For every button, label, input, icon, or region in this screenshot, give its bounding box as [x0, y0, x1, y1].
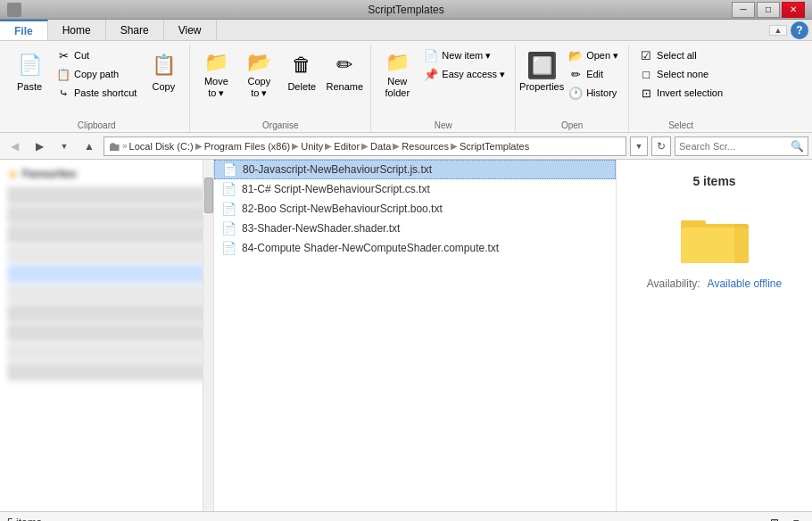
sidebar-scrollbar[interactable]: [203, 160, 213, 511]
select-buttons: ☑ Select all □ Select none ⊡ Invert sele…: [634, 46, 727, 127]
tab-share[interactable]: Share: [106, 20, 164, 40]
file-item-4[interactable]: 📄 84-Compute Shader-NewComputeShader.com…: [214, 238, 616, 258]
ribbon-group-new: 📁 Newfolder 📄 New item ▾ 📌 Easy access ▾…: [371, 45, 516, 132]
sidebar-item-6[interactable]: [7, 304, 206, 322]
refresh-button[interactable]: ↻: [651, 136, 671, 156]
breadcrumb-scripttemplates[interactable]: ScriptTemplates: [460, 141, 529, 152]
new-item-icon: 📄: [424, 48, 438, 62]
edit-icon: ✏: [568, 67, 583, 81]
open-small-buttons: 📂 Open ▾ ✏ Edit 🕐 History: [564, 46, 623, 114]
cut-icon: ✂: [56, 48, 70, 62]
paste-button[interactable]: 📄 Paste: [9, 46, 50, 103]
breadcrumb-programfiles[interactable]: Program Files (x86): [204, 141, 291, 152]
close-button[interactable]: ✕: [782, 2, 805, 18]
rename-button[interactable]: ✏ Rename: [324, 46, 365, 103]
delete-icon: 🗑: [287, 51, 316, 79]
breadcrumb-sep-1: ▶: [195, 141, 203, 151]
file-item-0[interactable]: 📄 80-Javascript-NewBehaviourScript.js.tx…: [214, 160, 616, 179]
edit-button[interactable]: ✏ Edit: [564, 65, 623, 83]
select-label: Select: [629, 120, 733, 130]
sidebar-item-8[interactable]: [7, 343, 206, 361]
move-to-icon: 📁: [202, 51, 230, 74]
properties-icon: 🔲: [527, 51, 556, 79]
breadcrumb-sep-0: »: [122, 141, 128, 151]
forward-button[interactable]: ▶: [29, 136, 50, 156]
favourites-header[interactable]: ★ Favourites: [0, 163, 213, 185]
tab-file[interactable]: File: [0, 20, 48, 40]
breadcrumb-sep-4: ▶: [361, 141, 369, 151]
file-icon-1: 📄: [221, 182, 236, 196]
details-view-button[interactable]: ⊞: [766, 515, 783, 522]
file-item-3[interactable]: 📄 83-Shader-NewShader.shader.txt: [214, 219, 616, 238]
new-folder-button[interactable]: 📁 Newfolder: [377, 46, 418, 103]
svg-rect-3: [734, 224, 749, 263]
paste-icon: 📄: [15, 51, 44, 79]
ribbon-group-clipboard: 📄 Paste ✂ Cut 📋 Copy path ⤷ Paste shortc…: [4, 45, 190, 132]
select-all-icon: ☑: [639, 48, 653, 62]
file-list: 📄 80-Javascript-NewBehaviourScript.js.tx…: [214, 160, 616, 511]
sidebar-item-9[interactable]: [7, 363, 206, 381]
paste-shortcut-button[interactable]: ⤷ Paste shortcut: [52, 84, 141, 102]
copy-path-button[interactable]: 📋 Copy path: [52, 65, 141, 83]
minimize-button[interactable]: ─: [732, 2, 755, 18]
list-view-button[interactable]: ≡: [787, 515, 805, 522]
new-item-button[interactable]: 📄 New item ▾: [419, 46, 510, 64]
select-all-button[interactable]: ☑ Select all: [634, 46, 727, 64]
tab-view[interactable]: View: [164, 20, 217, 40]
breadcrumb-resources[interactable]: Resources: [402, 141, 449, 152]
file-name-4: 84-Compute Shader-NewComputeShader.compu…: [242, 242, 499, 254]
tab-home[interactable]: Home: [48, 20, 106, 40]
sidebar-item-7[interactable]: [7, 324, 206, 342]
ribbon-group-select: ☑ Select all □ Select none ⊡ Invert sele…: [629, 45, 733, 132]
move-to-button[interactable]: 📁 Moveto ▾: [195, 46, 236, 103]
properties-button[interactable]: 🔲 Properties: [521, 46, 562, 103]
ribbon-help-area: ▲ ?: [769, 20, 812, 40]
sidebar-item-3[interactable]: [7, 245, 206, 263]
folder-icon: 🖿: [108, 139, 120, 153]
recent-locations-button[interactable]: ▼: [54, 136, 75, 156]
address-bar[interactable]: 🖿 » Local Disk (C:) ▶ Program Files (x86…: [104, 136, 626, 156]
history-button[interactable]: 🕐 History: [564, 84, 623, 102]
ribbon-group-organise: 📁 Moveto ▾ 📂 Copyto ▾ 🗑 Delete ✏ Rename …: [190, 45, 371, 132]
sidebar-item-2[interactable]: [7, 226, 206, 244]
app-icon: [7, 3, 21, 17]
address-dropdown-button[interactable]: ▼: [630, 136, 648, 156]
sidebar-item-5[interactable]: [7, 285, 206, 302]
back-button[interactable]: ◀: [4, 136, 25, 156]
open-button[interactable]: 📂 Open ▾: [564, 46, 623, 64]
sidebar-item-0[interactable]: [7, 186, 206, 204]
invert-selection-button[interactable]: ⊡ Invert selection: [634, 84, 727, 102]
select-none-button[interactable]: □ Select none: [634, 65, 727, 83]
history-icon: 🕐: [568, 86, 583, 100]
cut-button[interactable]: ✂ Cut: [52, 46, 141, 64]
toolbar: ◀ ▶ ▼ ▲ 🖿 » Local Disk (C:) ▶ Program Fi…: [0, 133, 812, 160]
preview-count: 5 items: [692, 174, 735, 188]
ribbon-expand-btn[interactable]: ▲: [769, 25, 787, 36]
help-button[interactable]: ?: [791, 21, 808, 39]
new-small-buttons: 📄 New item ▾ 📌 Easy access ▾: [419, 46, 510, 95]
file-item-1[interactable]: 📄 81-C# Script-NewBehaviourScript.cs.txt: [214, 179, 616, 199]
file-item-2[interactable]: 📄 82-Boo Script-NewBehaviourScript.boo.t…: [214, 199, 616, 219]
copy-to-button[interactable]: 📂 Copyto ▾: [238, 46, 279, 103]
copy-button[interactable]: 📋 Copy: [143, 46, 184, 103]
sidebar-item-1[interactable]: [7, 206, 206, 224]
availability-value: Available offline: [708, 277, 783, 290]
breadcrumb-sep-5: ▶: [393, 141, 400, 151]
sidebar-item-4[interactable]: [7, 265, 206, 283]
select-small-buttons: ☑ Select all □ Select none ⊡ Invert sele…: [634, 46, 727, 114]
delete-button[interactable]: 🗑 Delete: [281, 46, 322, 103]
clipboard-label: Clipboard: [4, 120, 189, 130]
up-button[interactable]: ▲: [79, 136, 100, 156]
organise-buttons: 📁 Moveto ▾ 📂 Copyto ▾ 🗑 Delete ✏ Rename: [195, 46, 365, 127]
file-icon-2: 📄: [221, 202, 236, 216]
breadcrumb-editor[interactable]: Editor: [334, 141, 360, 152]
breadcrumb-data[interactable]: Data: [370, 141, 391, 152]
maximize-button[interactable]: □: [757, 2, 780, 18]
breadcrumb-sep-3: ▶: [325, 141, 332, 151]
easy-access-button[interactable]: 📌 Easy access ▾: [419, 65, 510, 83]
breadcrumb-c[interactable]: Local Disk (C:): [129, 141, 194, 152]
rename-icon: ✏: [330, 51, 359, 79]
search-input[interactable]: [679, 141, 789, 152]
search-box[interactable]: 🔍: [675, 136, 808, 156]
breadcrumb-unity[interactable]: Unity: [301, 141, 323, 152]
